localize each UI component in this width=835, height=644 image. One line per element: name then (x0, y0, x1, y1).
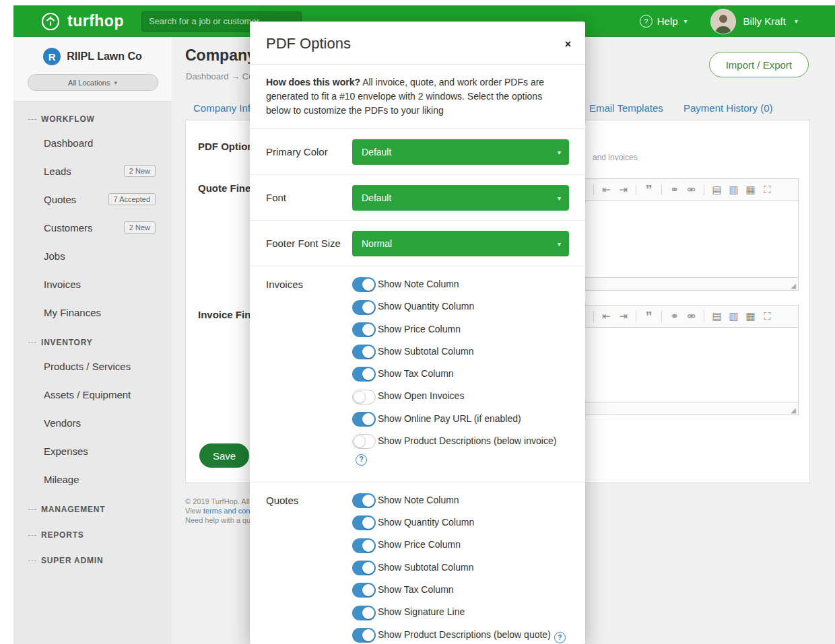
blockquote-icon[interactable]: ” (640, 306, 657, 327)
invoices-label: Invoices (266, 277, 352, 472)
chevron-down-icon: ▾ (114, 79, 117, 86)
resize-handle-icon[interactable]: ◢ (791, 407, 796, 414)
section-header-reports[interactable]: REPORTS (13, 519, 172, 544)
user-menu[interactable]: Billy Kraft ▾ (710, 9, 798, 34)
toggle-knob (362, 301, 374, 314)
toggle-label: Show Open Invoices (378, 390, 464, 401)
sidebar-item-label: Products / Services (44, 361, 131, 372)
toggle-knob (362, 495, 374, 507)
indent-icon[interactable]: ⇥ (615, 306, 632, 327)
toggle-switch[interactable] (352, 322, 376, 337)
sidebar-item[interactable]: Invoices (13, 270, 172, 298)
tab-email-templates[interactable]: Email Templates (589, 102, 663, 114)
toolbar-separator (704, 311, 704, 322)
toggle-switch[interactable] (352, 583, 376, 598)
toggle-switch[interactable] (352, 345, 376, 359)
sidebar-item[interactable]: Dashboard (13, 129, 172, 157)
unlink-icon[interactable]: ⚮ (683, 306, 700, 327)
toggle-knob (362, 540, 374, 552)
sidebar-item[interactable]: Jobs (13, 242, 172, 270)
toggle-row: Show Price Column (352, 537, 569, 552)
tab-company-info[interactable]: Company Info (193, 102, 256, 114)
toggle-row: Show Price Column (352, 322, 569, 337)
toggle-switch[interactable] (352, 561, 376, 575)
toggle-switch[interactable] (352, 300, 376, 315)
toggle-label: Show Subtotal Column (378, 346, 473, 357)
help-menu[interactable]: ? Help ▾ (640, 15, 688, 28)
table-icon[interactable]: ▦ (742, 179, 759, 201)
toolbar-separator (704, 184, 704, 195)
toggle-label: Show Quantity Column (378, 301, 474, 312)
sidebar-item[interactable]: Customers 2 New (13, 213, 172, 242)
toggle-switch[interactable] (352, 628, 376, 643)
sidebar-item-label: Customers (44, 222, 93, 234)
toggle-switch[interactable] (352, 412, 376, 427)
toggle-switch[interactable] (352, 538, 376, 553)
toggle-knob (362, 279, 374, 291)
toggle-switch[interactable] (352, 390, 376, 404)
tab-payment-history[interactable]: Payment History (0) (683, 102, 773, 114)
toggle-switch[interactable] (352, 277, 376, 292)
table-icon[interactable]: ▦ (742, 306, 759, 327)
image-placeholder-icon[interactable]: ▥ (725, 306, 742, 327)
selected-value: Normal (362, 238, 392, 249)
toggle-switch[interactable] (352, 493, 376, 508)
unlink-icon[interactable]: ⚮ (683, 179, 700, 201)
toggle-knob (362, 368, 374, 380)
selected-value: Default (362, 147, 391, 157)
toggle-knob (362, 629, 374, 641)
primary-color-label: Primary Color (266, 139, 352, 165)
image-icon[interactable]: ▤ (708, 306, 725, 327)
footer-font-size-label: Footer Font Size (266, 231, 352, 256)
sidebar-item[interactable]: Leads 2 New (13, 157, 172, 185)
toggle-row: Show Subtotal Column (352, 344, 569, 359)
toolbar-separator (661, 311, 662, 322)
sidebar-item-label: Leads (44, 166, 71, 177)
brand-name: turfhop (67, 12, 124, 30)
toggle-switch[interactable] (352, 367, 376, 382)
toggle-switch[interactable] (352, 434, 376, 449)
section-header-management[interactable]: MANAGEMENT (13, 493, 172, 519)
image-placeholder-icon[interactable]: ▥ (725, 179, 742, 201)
primary-color-select[interactable]: Default ▾ (352, 139, 569, 165)
sidebar-item[interactable]: Quotes 7 Accepted (13, 185, 172, 213)
sidebar-item[interactable]: Mileage (13, 465, 172, 493)
brand-logo[interactable]: turfhop (40, 11, 124, 32)
toggle-switch[interactable] (352, 515, 376, 530)
outdent-icon[interactable]: ⇤ (598, 179, 615, 201)
link-icon[interactable]: ⚭ (666, 179, 683, 201)
toggle-row: Show Tax Column (352, 366, 569, 382)
company-name: RIIPL Lawn Co (67, 50, 142, 63)
maximize-icon[interactable]: ⛶ (759, 179, 776, 201)
image-icon[interactable]: ▤ (708, 179, 725, 201)
outdent-icon[interactable]: ⇤ (598, 306, 615, 327)
help-icon[interactable]: ? (554, 632, 566, 643)
import-export-button[interactable]: Import / Export (709, 52, 809, 77)
sidebar-item[interactable]: My Finances (13, 298, 172, 326)
invoices-toggle-list: Show Note Column Show Quantity Column Sh… (352, 277, 569, 472)
blockquote-icon[interactable]: ” (640, 179, 657, 201)
section-header-super-admin[interactable]: SUPER ADMIN (13, 544, 172, 570)
toggle-switch[interactable] (352, 606, 376, 620)
toggle-row: Show Product Descriptions (below invoice… (352, 433, 569, 466)
footer-font-size-select[interactable]: Normal ▾ (352, 231, 569, 256)
sidebar-item[interactable]: Expenses (13, 437, 172, 465)
sidebar-item[interactable]: Products / Services (13, 352, 172, 380)
section-header-inventory: INVENTORY (13, 326, 172, 352)
location-selector[interactable]: All Locations ▾ (28, 74, 158, 91)
indent-icon[interactable]: ⇥ (615, 179, 632, 201)
save-button[interactable]: Save (199, 443, 249, 468)
help-icon[interactable]: ? (356, 454, 367, 466)
sidebar-item[interactable]: Vendors (13, 408, 172, 437)
font-select[interactable]: Default ▾ (352, 185, 569, 211)
breadcrumb-dashboard[interactable]: Dashboard (186, 71, 229, 81)
link-icon[interactable]: ⚭ (666, 306, 683, 327)
close-icon[interactable]: × (565, 39, 571, 50)
toggle-knob (362, 324, 374, 336)
maximize-icon[interactable]: ⛶ (759, 306, 776, 327)
company-selector[interactable]: R RIIPL Lawn Co (13, 48, 172, 65)
resize-handle-icon[interactable]: ◢ (791, 283, 796, 289)
app-window: turfhop ? Help ▾ Billy Kraft ▾ R RIIPL L… (0, 0, 835, 644)
toolbar-separator (636, 311, 636, 322)
sidebar-item[interactable]: Assets / Equipment (13, 380, 172, 408)
